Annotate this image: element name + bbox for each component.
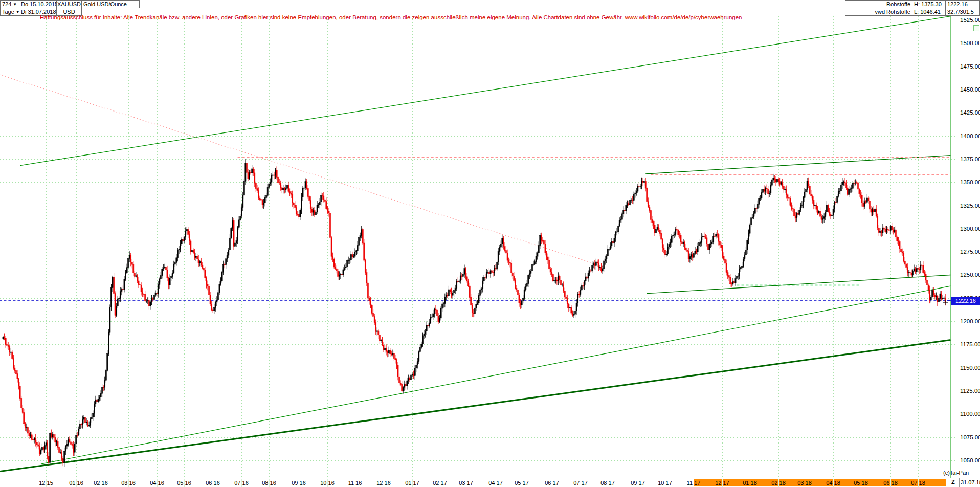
svg-text:01 17: 01 17 bbox=[405, 480, 419, 486]
svg-text:11 17: 11 17 bbox=[687, 480, 701, 486]
disclaimer-text: Haftungsausschluss für Inhalte: Alle Tre… bbox=[40, 14, 742, 20]
svg-text:06 17: 06 17 bbox=[545, 480, 559, 486]
svg-text:1425.00: 1425.00 bbox=[960, 109, 980, 116]
svg-text:04 18: 04 18 bbox=[826, 480, 840, 486]
svg-text:1125.00: 1125.00 bbox=[960, 388, 980, 394]
svg-text:1250.00: 1250.00 bbox=[960, 272, 980, 278]
feed-cell: vwd Rohstoffe bbox=[845, 8, 912, 16]
taipan-chart-window: 1525.001500.001475.001450.001425.001400.… bbox=[0, 0, 980, 487]
svg-text:1300.00: 1300.00 bbox=[960, 226, 980, 232]
range-info-cell: 32.7/301.5 bbox=[945, 8, 980, 16]
svg-text:04 16: 04 16 bbox=[150, 480, 164, 486]
svg-text:1450.00: 1450.00 bbox=[960, 86, 980, 93]
svg-text:06 16: 06 16 bbox=[206, 480, 220, 486]
svg-text:1050.00: 1050.00 bbox=[960, 457, 980, 463]
svg-text:12 16: 12 16 bbox=[376, 480, 391, 486]
svg-text:03 17: 03 17 bbox=[459, 480, 473, 486]
last-date-label: 31.07.18 bbox=[961, 479, 980, 485]
svg-text:1475.00: 1475.00 bbox=[960, 63, 980, 70]
last-price-badge: 1222.16 bbox=[951, 297, 980, 305]
category-cell: Rohstoffe bbox=[845, 0, 912, 8]
svg-text:12 15: 12 15 bbox=[39, 480, 53, 486]
period-low-cell: L: 1046.41 bbox=[912, 8, 946, 16]
symbol-cell[interactable]: XAUUSD bbox=[56, 0, 82, 8]
svg-text:05 18: 05 18 bbox=[854, 480, 868, 486]
svg-text:09 16: 09 16 bbox=[292, 480, 306, 486]
bars-count-value: 724 bbox=[2, 1, 11, 7]
svg-text:08 16: 08 16 bbox=[262, 480, 276, 486]
svg-text:1175.00: 1175.00 bbox=[960, 341, 980, 347]
svg-text:1200.00: 1200.00 bbox=[960, 318, 980, 324]
period-dropdown[interactable]: Tage ▼ bbox=[0, 8, 19, 16]
svg-text:03 16: 03 16 bbox=[121, 480, 136, 486]
svg-text:1275.00: 1275.00 bbox=[960, 249, 980, 255]
svg-text:1325.00: 1325.00 bbox=[960, 203, 980, 209]
zoom-indicator-label[interactable]: Z bbox=[951, 479, 955, 485]
svg-text:07 16: 07 16 bbox=[234, 480, 249, 486]
last-price-cell: 1222.16 bbox=[945, 0, 980, 8]
period-value: Tage bbox=[2, 9, 14, 15]
svg-text:1525.00: 1525.00 bbox=[960, 17, 980, 23]
svg-text:02 18: 02 18 bbox=[771, 480, 786, 486]
svg-text:10 16: 10 16 bbox=[320, 480, 335, 486]
chart-start-date[interactable]: Do 15.10.2015 bbox=[19, 0, 57, 8]
price-chart-canvas[interactable]: 1525.001500.001475.001450.001425.001400.… bbox=[0, 0, 980, 487]
instrument-name-cell: Gold USD/Ounce bbox=[81, 0, 140, 8]
svg-text:1500.00: 1500.00 bbox=[960, 40, 980, 46]
svg-text:01 16: 01 16 bbox=[69, 480, 83, 486]
svg-text:12 17: 12 17 bbox=[715, 480, 729, 486]
svg-text:08 17: 08 17 bbox=[600, 480, 615, 486]
svg-text:1100.00: 1100.00 bbox=[960, 411, 980, 417]
svg-text:11 16: 11 16 bbox=[348, 480, 362, 486]
svg-text:1375.00: 1375.00 bbox=[960, 156, 980, 162]
chart-svg[interactable]: 1525.001500.001475.001450.001425.001400.… bbox=[0, 0, 980, 487]
bars-count-dropdown[interactable]: 724 ▼ bbox=[0, 0, 19, 8]
svg-text:01 18: 01 18 bbox=[743, 480, 757, 486]
svg-text:02 17: 02 17 bbox=[433, 480, 447, 486]
svg-text:02 16: 02 16 bbox=[94, 480, 108, 486]
svg-text:10 17: 10 17 bbox=[658, 480, 672, 486]
svg-text:09 17: 09 17 bbox=[631, 480, 645, 486]
svg-text:03 18: 03 18 bbox=[797, 480, 812, 486]
svg-text:1400.00: 1400.00 bbox=[960, 133, 980, 139]
svg-text:06 18: 06 18 bbox=[883, 480, 898, 486]
collapse-axis-button[interactable]: – bbox=[973, 25, 979, 31]
svg-text:1350.00: 1350.00 bbox=[960, 179, 980, 185]
svg-text:07 18: 07 18 bbox=[911, 480, 925, 486]
svg-text:04 17: 04 17 bbox=[488, 480, 503, 486]
svg-text:05 16: 05 16 bbox=[177, 480, 191, 486]
chevron-down-icon: ▼ bbox=[13, 2, 17, 7]
period-high-cell: H: 1375.30 bbox=[912, 0, 946, 8]
copyright-label: (c)Tai-Pan bbox=[943, 470, 969, 476]
svg-text:1075.00: 1075.00 bbox=[960, 434, 980, 440]
svg-text:05 17: 05 17 bbox=[515, 480, 529, 486]
highlight-band bbox=[694, 479, 946, 486]
svg-text:1150.00: 1150.00 bbox=[960, 365, 980, 371]
svg-text:07 17: 07 17 bbox=[573, 480, 588, 486]
